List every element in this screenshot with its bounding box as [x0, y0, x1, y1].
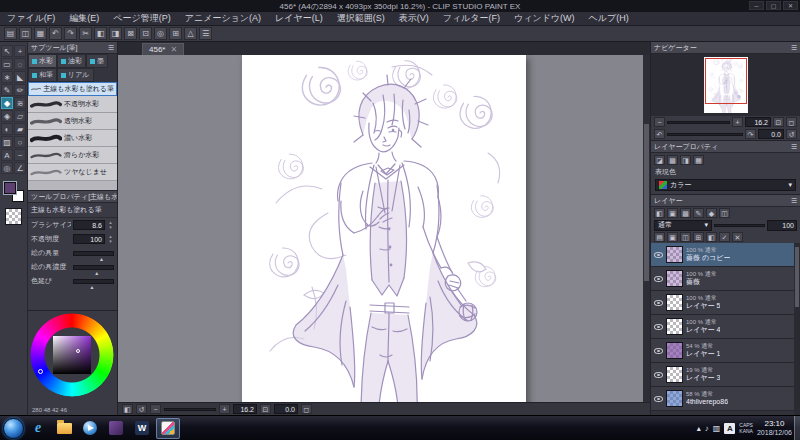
layer-opacity-value[interactable]: 100 — [767, 220, 797, 231]
layer-color-toggle-icon[interactable]: ◆ — [706, 208, 717, 218]
grid-icon[interactable]: ⊞ — [169, 27, 182, 40]
zoom-out-icon[interactable]: − — [150, 404, 161, 414]
layer-row[interactable]: 54 % 通常レイヤー 1 — [651, 339, 800, 363]
maximize-button[interactable]: ▢ — [766, 1, 781, 10]
brush-item[interactable]: ツヤなじませ — [28, 164, 117, 181]
menu-window[interactable]: ウィンドウ(W) — [507, 12, 582, 25]
eraser-tool-icon[interactable]: ▱ — [14, 110, 26, 122]
hue-marker[interactable] — [38, 369, 43, 374]
menu-selection[interactable]: 選択範囲(S) — [330, 12, 392, 25]
tone-icon[interactable]: ▩ — [667, 155, 678, 165]
decoration-tool-icon[interactable]: ◈ — [1, 110, 13, 122]
expression-color-icon[interactable]: ▦ — [693, 155, 704, 165]
save-file-icon[interactable]: ▦ — [34, 27, 47, 40]
brush-size-value[interactable]: 8.6 — [73, 220, 105, 230]
apply-mask-icon[interactable]: ✓ — [719, 232, 730, 242]
volume-icon[interactable]: ♪ — [705, 424, 709, 433]
nav-zoom-in-icon[interactable]: + — [732, 117, 743, 127]
network-icon[interactable]: ▥ — [713, 424, 721, 433]
settings-icon[interactable]: ☰ — [199, 27, 212, 40]
start-button[interactable] — [3, 418, 24, 439]
sv-marker[interactable] — [76, 349, 80, 353]
nav-reset-rotation-icon[interactable]: ↺ — [786, 129, 797, 139]
layer-thumbnail[interactable] — [666, 390, 683, 407]
stepper-icon[interactable]: ▴▾ — [107, 220, 114, 230]
menu-file[interactable]: ファイル(F) — [0, 12, 62, 25]
gradient-tool-icon[interactable]: ▨ — [1, 136, 13, 148]
layer-thumbnail[interactable] — [666, 270, 683, 287]
blend-tool-icon[interactable]: ◐ — [1, 123, 13, 135]
panel-menu-icon[interactable]: ☰ — [791, 197, 797, 205]
taskbar-word[interactable]: W — [130, 418, 154, 439]
delete-layer-icon[interactable]: ✕ — [732, 232, 743, 242]
layer-color-icon[interactable]: ◨ — [680, 155, 691, 165]
visibility-eye-icon[interactable] — [654, 372, 663, 378]
layer-row[interactable]: 100 % 通常レイヤー 4 — [651, 315, 800, 339]
visibility-eye-icon[interactable] — [654, 324, 663, 330]
nav-actual-size-icon[interactable]: ◻ — [786, 117, 797, 127]
nav-zoom-slider[interactable] — [667, 121, 730, 124]
border-effect-icon[interactable]: ◪ — [654, 155, 665, 165]
undo-icon[interactable]: ↶ — [49, 27, 62, 40]
hidden-icons-chevron-icon[interactable]: ▴ — [697, 424, 701, 433]
cut-icon[interactable]: ✂ — [79, 27, 92, 40]
pencil-tool-icon[interactable]: ✏ — [14, 84, 26, 96]
text-tool-icon[interactable]: A — [1, 149, 13, 161]
layer-thumbnail[interactable] — [666, 294, 683, 311]
menu-filter[interactable]: フィルター(F) — [436, 12, 507, 25]
set-draft-icon[interactable]: ✎ — [693, 208, 704, 218]
canvas-page[interactable] — [242, 55, 526, 402]
paint-amount-slider[interactable]: ▲ — [73, 251, 114, 256]
layer-opacity-slider[interactable] — [714, 224, 765, 227]
visibility-eye-icon[interactable] — [654, 276, 663, 282]
lock-alpha-icon[interactable]: ▩ — [680, 208, 691, 218]
nav-rotate-right-icon[interactable]: ↷ — [745, 129, 756, 139]
taskbar-app-purple[interactable] — [104, 418, 128, 439]
menu-edit[interactable]: 編集(E) — [62, 12, 106, 25]
canvas-viewport[interactable] — [118, 55, 650, 402]
main-color-swatch[interactable] — [4, 182, 16, 194]
clip-at-layer-icon[interactable]: ◧ — [654, 208, 665, 218]
open-file-icon[interactable]: ◫ — [19, 27, 32, 40]
show-desktop-button[interactable] — [794, 416, 800, 440]
taskbar-ie[interactable]: e — [26, 418, 50, 439]
layer-thumbnail[interactable] — [666, 342, 683, 359]
tab-ink[interactable]: 墨 — [86, 54, 108, 68]
merge-down-icon[interactable]: ⊞ — [693, 232, 704, 242]
eyedropper-tool-icon[interactable]: ◣ — [14, 71, 26, 83]
delete-icon[interactable]: ⊠ — [124, 27, 137, 40]
fill-tool-icon[interactable]: ▰ — [14, 123, 26, 135]
layer-thumbnail[interactable] — [666, 318, 683, 335]
menu-page-manage[interactable]: ページ管理(P) — [106, 12, 177, 25]
tab-japanese-brush[interactable]: 和筆 — [28, 68, 57, 82]
menu-help[interactable]: ヘルプ(H) — [582, 12, 636, 25]
zoom-slider[interactable] — [164, 408, 216, 411]
wand-tool-icon[interactable]: ∗ — [1, 71, 13, 83]
deselect-icon[interactable]: ⊡ — [139, 27, 152, 40]
transparent-color-swatch[interactable] — [5, 208, 22, 225]
taskbar-explorer[interactable] — [52, 418, 76, 439]
layer-thumbnail[interactable] — [666, 246, 683, 263]
actual-pixels-icon[interactable]: ◻ — [301, 404, 312, 414]
pen-tool-icon[interactable]: ✎ — [1, 84, 13, 96]
menu-layer[interactable]: レイヤー(L) — [268, 12, 330, 25]
selected-brush-item[interactable]: 主線も水彩も塗れる筆 — [28, 82, 117, 96]
minimize-button[interactable]: ─ — [749, 1, 764, 10]
brush-item[interactable]: 滑らか水彩 — [28, 147, 117, 164]
marquee-tool-icon[interactable]: ▭ — [1, 58, 13, 70]
color-stretch-slider[interactable]: ▲ — [73, 279, 114, 284]
zoom-value[interactable]: 16.2 — [233, 404, 257, 414]
layer-row[interactable]: 58 % 通常4thliverepo86 — [651, 387, 800, 411]
new-folder-icon[interactable]: ▣ — [667, 232, 678, 242]
panel-menu-icon[interactable]: ☰ — [108, 44, 114, 52]
close-button[interactable]: ✕ — [783, 1, 798, 10]
brush-item[interactable]: 透明水彩 — [28, 113, 117, 130]
paste-icon[interactable]: ◨ — [109, 27, 122, 40]
opacity-value[interactable]: 100 — [73, 234, 105, 244]
lasso-tool-icon[interactable]: ◌ — [14, 58, 26, 70]
enable-mask-icon[interactable]: ◫ — [719, 208, 730, 218]
tab-watercolor[interactable]: 水彩 — [28, 54, 57, 68]
visibility-eye-icon[interactable] — [654, 252, 663, 258]
tab-real[interactable]: リアル — [57, 68, 94, 82]
layer-row[interactable]: 100 % 通常薔薇 のコピー — [651, 243, 800, 267]
